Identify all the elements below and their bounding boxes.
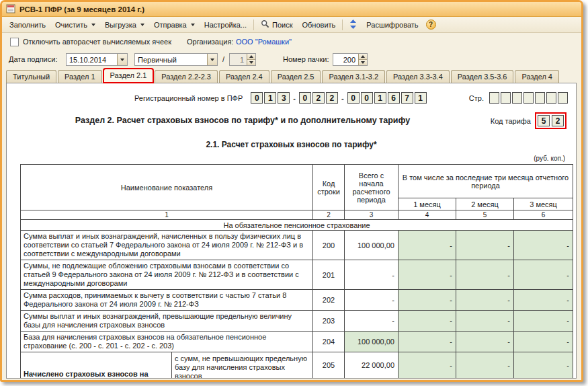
blue-arrows-icon-button[interactable] bbox=[345, 17, 362, 32]
tariff-digit-cell[interactable]: 2 bbox=[552, 115, 564, 126]
value-cell[interactable]: 22 000,00 bbox=[345, 352, 398, 379]
dash-separator: - bbox=[293, 94, 296, 102]
value-cell[interactable]: - bbox=[514, 290, 573, 311]
registration-number-boxes: 0 1 3 - 0 2 2 - 0 0 1 6 7 1 bbox=[251, 92, 426, 104]
sign-date-label: Дата подписи: bbox=[9, 55, 57, 63]
send-button[interactable]: Отправка bbox=[149, 19, 200, 31]
digit-cell: 1 bbox=[415, 92, 427, 104]
col-header-month3: 3 месяц bbox=[514, 198, 573, 210]
search-button[interactable]: Поиск bbox=[256, 17, 297, 32]
form-settings-bar: Отключить авторасчет вычисляемых ячеек О… bbox=[2, 33, 581, 68]
autocalc-checkbox[interactable] bbox=[10, 38, 19, 46]
stepper-buttons[interactable] bbox=[358, 54, 367, 65]
table-row-205: Начислено страховых взносов на обязатель… bbox=[21, 352, 573, 379]
subsection-title: 2.1. Расчет страховых взносов по тарифу* bbox=[7, 140, 576, 149]
digit-cell: 2 bbox=[312, 92, 325, 104]
units-note: (руб. коп.) bbox=[7, 155, 565, 162]
digit-cell: 2 bbox=[326, 92, 338, 104]
value-cell[interactable]: - bbox=[398, 332, 456, 352]
value-cell[interactable]: - bbox=[456, 311, 514, 332]
tab-titulnyj[interactable]: Титульный bbox=[6, 70, 56, 83]
value-cell[interactable]: - bbox=[514, 332, 573, 352]
digit-cell: 3 bbox=[278, 92, 290, 104]
empty-digit-cell bbox=[501, 92, 511, 104]
pack-number-stepper[interactable]: 200 bbox=[333, 53, 368, 66]
section-tabs: Титульный Раздел 1 Раздел 2.1 Раздел 2.2… bbox=[6, 68, 581, 83]
empty-digit-cell bbox=[558, 92, 568, 104]
unload-button[interactable]: Выгрузка bbox=[100, 19, 149, 31]
row-name: Суммы выплат и иных вознаграждений, прев… bbox=[21, 311, 313, 332]
row-name: База для начисления страховых взносов на… bbox=[21, 332, 313, 352]
row-code: 202 bbox=[313, 290, 345, 311]
chevron-down-icon[interactable] bbox=[207, 54, 217, 65]
value-cell[interactable]: - bbox=[398, 352, 456, 379]
col-number: 1 bbox=[21, 210, 313, 220]
value-cell[interactable]: - bbox=[456, 332, 514, 352]
value-cell[interactable]: - bbox=[398, 290, 456, 311]
page-number-boxes bbox=[489, 92, 568, 104]
value-cell[interactable]: - bbox=[398, 311, 456, 332]
help-icon[interactable]: ? bbox=[426, 20, 436, 30]
value-cell[interactable]: - bbox=[345, 290, 398, 311]
clear-button[interactable]: Очистить bbox=[50, 19, 100, 31]
value-cell[interactable]: 100 000,00 bbox=[345, 231, 398, 260]
tab-razdel-2-5[interactable]: Раздел 2.5 bbox=[271, 70, 321, 83]
pack-number-label: Номер пачки: bbox=[283, 55, 329, 63]
tab-razdel-2-2-2-3[interactable]: Раздел 2.2-2.3 bbox=[155, 70, 218, 83]
slash-separator: / bbox=[222, 55, 224, 63]
organization-link[interactable]: ООО "Ромашки" bbox=[236, 38, 292, 46]
value-cell[interactable]: - bbox=[345, 260, 398, 290]
value-cell[interactable]: - bbox=[456, 231, 514, 260]
col-header-month1: 1 месяц bbox=[398, 198, 456, 210]
toolbar: Заполнить Очистить Выгрузка Отправка Нас… bbox=[2, 17, 581, 33]
empty-digit-cell bbox=[535, 92, 545, 104]
value-cell[interactable]: - bbox=[514, 231, 573, 260]
tab-razdel-4[interactable]: Раздел 4 bbox=[515, 70, 559, 83]
registration-number-row: Регистрационный номер в ПФР 0 1 3 - 0 2 … bbox=[134, 92, 571, 104]
tab-razdel-3-3-3-4[interactable]: Раздел 3.3-3.4 bbox=[386, 70, 450, 83]
row-code: 203 bbox=[313, 311, 345, 332]
report-kind-select[interactable]: Первичный bbox=[134, 53, 218, 66]
tab-razdel-2-1[interactable]: Раздел 2.1 bbox=[103, 69, 154, 83]
col-number: 5 bbox=[456, 210, 514, 220]
value-cell[interactable]: - bbox=[456, 260, 514, 290]
calendar-dropdown-button[interactable] bbox=[117, 54, 127, 65]
tab-razdel-2-4[interactable]: Раздел 2.4 bbox=[219, 70, 269, 83]
refresh-button[interactable]: Обновить bbox=[298, 19, 341, 31]
settings-button[interactable]: Настройка... bbox=[200, 19, 251, 31]
empty-digit-cell bbox=[523, 92, 534, 104]
report-form-icon bbox=[6, 4, 15, 15]
table-row-200: Сумма выплат и иных вознаграждений, начи… bbox=[21, 231, 573, 260]
revision-number-stepper[interactable]: 1 bbox=[229, 53, 256, 66]
value-cell[interactable]: 100 000,00 bbox=[345, 332, 398, 352]
digit-cell: 7 bbox=[401, 92, 413, 104]
fill-button[interactable]: Заполнить bbox=[5, 19, 50, 31]
section-heading-row: Раздел 2. Расчет страховых взносов по та… bbox=[7, 114, 576, 130]
stepper-buttons[interactable] bbox=[247, 54, 255, 65]
digit-cell: 0 bbox=[299, 92, 311, 104]
tariff-code-label: Код тарифа bbox=[491, 117, 531, 125]
value-cell[interactable]: - bbox=[456, 290, 514, 311]
empty-digit-cell bbox=[489, 92, 499, 104]
value-cell[interactable]: - bbox=[398, 231, 456, 260]
value-cell[interactable]: - bbox=[456, 352, 514, 379]
organization-label: Организация: bbox=[187, 38, 233, 46]
col-header-total: Всего с начала расчетного периода bbox=[345, 165, 398, 210]
row-name-split: Начислено страховых взносов на обязатель… bbox=[21, 352, 313, 379]
page-number-label: Стр. bbox=[469, 94, 484, 102]
sign-date-field[interactable]: 15.10.2014 bbox=[66, 53, 128, 66]
value-cell[interactable]: - bbox=[345, 311, 398, 332]
form-page: Регистрационный номер в ПФР 0 1 3 - 0 2 … bbox=[6, 83, 577, 379]
row-name-sub: с сумм, не превышающих предельную базу д… bbox=[171, 352, 312, 379]
window-title: РСВ-1 ПФР (за 9 месяцев 2014 г.) bbox=[19, 5, 144, 13]
value-cell[interactable]: - bbox=[514, 352, 573, 379]
value-cell[interactable]: - bbox=[514, 260, 573, 290]
app-window: РСВ-1 ПФР (за 9 месяцев 2014 г.) Заполни… bbox=[0, 0, 583, 382]
tab-razdel-1[interactable]: Раздел 1 bbox=[58, 70, 102, 83]
value-cell[interactable]: - bbox=[398, 260, 456, 290]
tariff-digit-cell[interactable]: 5 bbox=[538, 115, 550, 126]
decrypt-button[interactable]: Расшифровать bbox=[362, 19, 423, 31]
tab-razdel-3-5-3-6[interactable]: Раздел 3.5-3.6 bbox=[451, 70, 514, 83]
tab-razdel-3-1-3-2[interactable]: Раздел 3.1-3.2 bbox=[322, 70, 385, 83]
value-cell[interactable]: - bbox=[514, 311, 573, 332]
